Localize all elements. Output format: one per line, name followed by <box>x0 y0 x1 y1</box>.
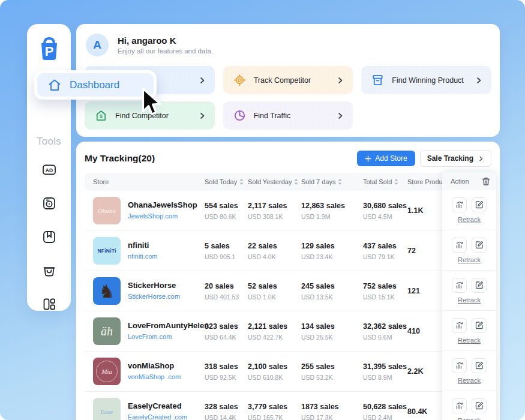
analytics-button[interactable] <box>452 238 467 253</box>
sold-yesterday-cell: 52 salesUSD 1.0K <box>248 282 301 301</box>
store-products-cell: 2.2K <box>407 367 442 376</box>
sold-today-cell: 323 salesUSD 64.4K <box>205 322 248 341</box>
add-store-button[interactable]: Add Store <box>357 151 415 166</box>
sort-icon <box>294 179 298 185</box>
store-domain-link[interactable]: EaselyCreated .com <box>128 413 187 420</box>
action-column-panel: Action <box>442 172 496 420</box>
store-domain-link[interactable]: JewelsShop.com <box>128 212 178 220</box>
store-name: OhanaJewelsShop <box>128 200 197 210</box>
table-row: ♞ StickerHorse StickerHorse.com 20 sales… <box>85 271 442 311</box>
edit-button[interactable] <box>472 398 487 413</box>
sold-7-days-cell: 1873 salesUSD 17.3K <box>301 403 363 420</box>
store-name: StickerHorse <box>128 281 180 290</box>
total-sold-cell: 50,628 salesUSD 2.4M <box>363 403 407 420</box>
edit-button[interactable] <box>472 197 487 212</box>
apps-grid-icon[interactable] <box>41 296 57 312</box>
analytics-button[interactable] <box>452 197 467 212</box>
retrack-link[interactable]: Retrack <box>458 377 481 384</box>
col-sold-yesterday[interactable]: Sold Yesterday <box>248 178 301 185</box>
analytics-button[interactable] <box>452 278 467 293</box>
app-logo-icon[interactable]: P <box>37 36 62 65</box>
pie-chart-icon <box>233 109 247 122</box>
sold-yesterday-cell: 2,100 salesUSD 610.8K <box>248 362 301 381</box>
action-cell: Retrack <box>442 271 496 311</box>
store-cell: äh LoveFromAuntyHelen LoveFrom.com <box>85 317 205 345</box>
sort-icon <box>338 179 342 185</box>
sidebar: P Tools AD <box>27 24 71 311</box>
retrack-link[interactable]: Retrack <box>458 256 481 263</box>
retrack-link[interactable]: Retrack <box>458 417 481 420</box>
col-sold-7-days[interactable]: Sold 7 days <box>301 178 363 185</box>
quick-action-label: Find Winning Product <box>392 76 464 85</box>
action-cell: Retrack <box>442 311 496 351</box>
sort-icon <box>239 179 244 185</box>
sold-7-days-cell: 12,863 salesUSD 1.9M <box>301 202 363 220</box>
trash-icon[interactable] <box>482 177 490 186</box>
col-store-products[interactable]: Store Products <box>407 178 442 185</box>
store-cell: Mia vonMiaShop vonMiaShop .com <box>85 358 205 385</box>
store-cell: Ohana OhanaJewelsShop JewelsShop.com <box>85 197 205 224</box>
avatar[interactable]: A <box>86 34 109 56</box>
product-box-icon <box>371 73 385 87</box>
store-domain-link[interactable]: StickerHorse.com <box>128 293 180 300</box>
action-cell: Retrack <box>442 190 496 230</box>
app-screen: P Tools AD <box>0 0 525 420</box>
analytics-button[interactable] <box>452 318 467 333</box>
quick-action-find-traffic[interactable]: Find Traffic <box>223 101 353 130</box>
col-total-sold[interactable]: Total Sold <box>363 178 407 185</box>
quick-action-find-winning-product[interactable]: Find Winning Product <box>361 66 491 94</box>
product-scanner-icon[interactable] <box>41 196 57 211</box>
edit-button[interactable] <box>472 318 487 333</box>
store-cell: NFiNiTi nfiniti nfiniti.com <box>85 237 205 265</box>
ads-icon[interactable]: AD <box>41 162 57 178</box>
sold-today-cell: 554 salesUSD 80.6K <box>205 202 248 220</box>
table-row: Ease EaselyCreated EaselyCreated .com 32… <box>85 392 442 420</box>
mouse-cursor <box>137 87 164 123</box>
tracking-table: Store Sold Today Sold Yesterday Sold 7 d… <box>85 173 442 420</box>
sold-yesterday-cell: 3,779 salesUSD 165.7K <box>248 403 301 420</box>
store-domain-link[interactable]: vonMiaShop .com <box>128 373 181 380</box>
sold-today-cell: 328 salesUSD 14.4K <box>205 403 248 420</box>
store-logo: Ohana <box>93 197 121 224</box>
chevron-right-icon <box>198 76 206 85</box>
chevron-right-icon <box>475 76 483 85</box>
store-domain-link[interactable]: nfiniti.com <box>128 253 158 260</box>
dashboard-label: Dashboard <box>70 79 119 91</box>
store-products-cell: 410 <box>407 327 442 335</box>
store-bag-icon[interactable] <box>41 263 57 278</box>
store-products-cell: 72 <box>407 247 442 255</box>
store-products-cell: 80.4K <box>407 407 442 416</box>
col-sold-today[interactable]: Sold Today <box>205 178 248 185</box>
sold-today-cell: 20 salesUSD 401.53 <box>205 282 248 301</box>
store-cell: Ease EaselyCreated EaselyCreated .com <box>85 398 205 420</box>
retrack-link[interactable]: Retrack <box>458 296 481 304</box>
edit-button[interactable] <box>472 278 487 293</box>
chevron-right-icon <box>198 112 206 120</box>
store-logo: ♞ <box>93 277 121 305</box>
sold-7-days-cell: 129 salesUSD 23.4K <box>301 242 363 260</box>
action-cell: Retrack <box>442 391 496 420</box>
retrack-link[interactable]: Retrack <box>458 216 481 223</box>
saved-book-icon[interactable] <box>41 229 57 245</box>
sold-today-cell: 318 salesUSD 92.5K <box>205 362 248 381</box>
retrack-link[interactable]: Retrack <box>458 337 481 344</box>
analytics-button[interactable] <box>452 358 467 373</box>
svg-text:$: $ <box>100 113 103 119</box>
store-domain-link[interactable]: LoveFrom.com <box>128 333 172 340</box>
table-header: Store Sold Today Sold Yesterday Sold 7 d… <box>85 173 442 191</box>
analytics-button[interactable] <box>452 398 467 413</box>
edit-button[interactable] <box>472 358 487 373</box>
quick-action-track-competitor[interactable]: Track Competitor <box>223 66 353 94</box>
sold-yesterday-cell: 2,117 salesUSD 308.1K <box>248 202 301 220</box>
chevron-right-icon <box>336 76 344 85</box>
col-store[interactable]: Store <box>85 178 205 185</box>
store-logo: äh <box>93 317 121 345</box>
greeting-title: Hi, angaroo K <box>118 35 213 46</box>
edit-button[interactable] <box>472 238 487 253</box>
greeting-subtitle: Enjoy all our features and data. <box>118 47 213 55</box>
sale-tracking-button[interactable]: Sale Tracking <box>420 150 491 167</box>
total-sold-cell: 30,680 salesUSD 4.5M <box>363 202 407 220</box>
shop-dollar-icon: $ <box>94 109 108 122</box>
sold-yesterday-cell: 22 salesUSD 4.0K <box>248 242 301 260</box>
svg-text:AD: AD <box>45 167 52 173</box>
